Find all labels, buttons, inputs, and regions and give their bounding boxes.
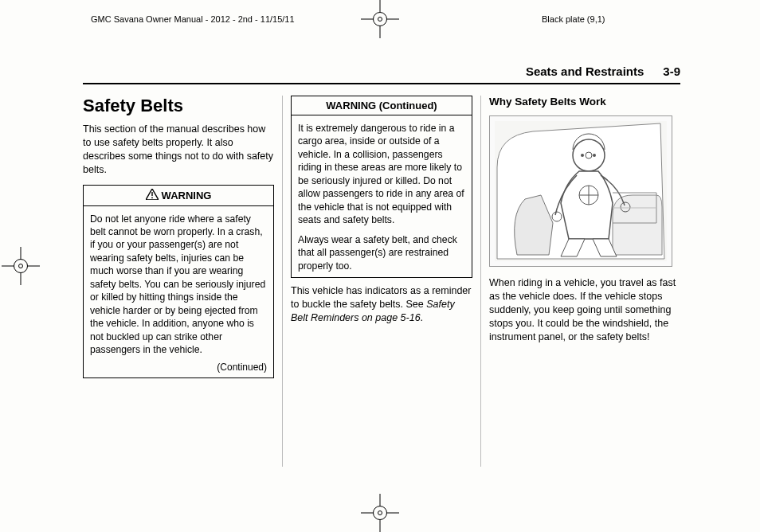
- doc-title: GMC Savana Owner Manual - 2012 - 2nd - 1…: [91, 14, 295, 24]
- why-body-paragraph: When riding in a vehicle, you travel as …: [489, 276, 680, 343]
- page-header: Seats and Restraints 3-9: [83, 61, 680, 84]
- warning-header: WARNING: [84, 186, 273, 206]
- warning-body: Do not let anyone ride where a safety be…: [84, 206, 273, 362]
- after-text-c: .: [421, 312, 423, 323]
- columns: Safety Belts This section of the manual …: [83, 84, 680, 467]
- warning-triangle-icon: [146, 189, 159, 202]
- warning-text: Do not let anyone ride where a safety be…: [90, 213, 267, 357]
- dummy-svg: [493, 119, 668, 263]
- svg-point-1: [151, 197, 153, 198]
- warning-box-continued: WARNING (Continued) It is extremely dang…: [291, 96, 472, 278]
- warning-p1: It is extremely dangerous to ride in a c…: [298, 122, 465, 227]
- svg-point-3: [573, 139, 605, 171]
- content-frame: Seats and Restraints 3-9 Safety Belts Th…: [83, 61, 680, 475]
- page-number: 3-9: [663, 65, 680, 78]
- column-1: Safety Belts This section of the manual …: [83, 96, 282, 467]
- svg-point-4: [581, 154, 584, 157]
- print-meta-bar: GMC Savana Owner Manual - 2012 - 2nd - 1…: [0, 14, 760, 37]
- column-2: WARNING (Continued) It is extremely dang…: [282, 96, 481, 467]
- warning-p2: Always wear a safety belt, and check tha…: [298, 233, 465, 272]
- crash-dummy-illustration: [489, 115, 672, 267]
- main-heading: Safety Belts: [83, 96, 274, 116]
- subheading: Why Safety Belts Work: [489, 96, 680, 108]
- plate-info: Black plate (9,1): [542, 14, 605, 24]
- intro-paragraph: This section of the manual describes how…: [83, 123, 274, 177]
- warning-body-continued: It is extremely dangerous to ride in a c…: [292, 115, 472, 277]
- after-warning-paragraph: This vehicle has indicators as a reminde…: [291, 284, 472, 325]
- warning-label: WARNING: [162, 190, 212, 201]
- svg-point-5: [593, 154, 596, 157]
- warning-label-continued: WARNING (Continued): [326, 100, 437, 111]
- manual-page: GMC Savana Owner Manual - 2012 - 2nd - 1…: [0, 0, 760, 532]
- warning-header-continued: WARNING (Continued): [292, 96, 472, 115]
- section-title: Seats and Restraints: [526, 65, 644, 78]
- column-3: Why Safety Belts Work: [481, 96, 680, 467]
- continued-label: (Continued): [84, 362, 273, 377]
- warning-box: WARNING Do not let anyone ride where a s…: [83, 185, 274, 378]
